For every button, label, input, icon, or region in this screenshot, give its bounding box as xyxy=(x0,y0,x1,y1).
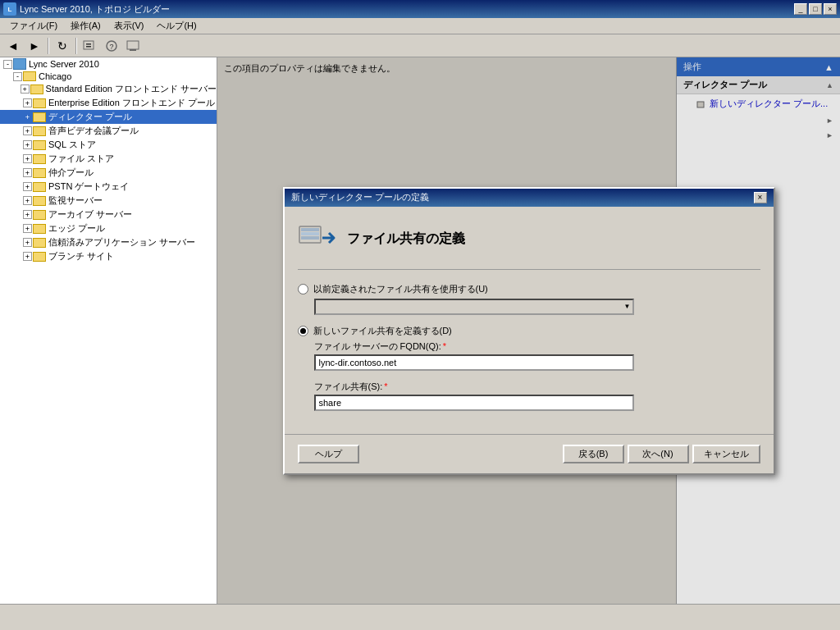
expander-chicago[interactable]: - xyxy=(13,72,22,81)
menu-action[interactable]: 操作(A) xyxy=(64,18,107,34)
help-button[interactable]: ヘルプ xyxy=(298,445,359,463)
dialog-icon xyxy=(298,220,337,259)
fqdn-required-star: * xyxy=(443,341,446,351)
svg-rect-14 xyxy=(301,236,319,240)
close-button[interactable]: × xyxy=(824,3,837,15)
expander-director[interactable]: + xyxy=(23,112,32,121)
share-label: ファイル共有(S): * xyxy=(314,381,760,393)
svg-rect-13 xyxy=(301,232,319,235)
dialog-overlay: 新しいディレクター プールの定義 × xyxy=(217,57,840,604)
fqdn-label: ファイル サーバーの FQDN(Q): * xyxy=(314,340,760,353)
toolbar-separator-1 xyxy=(48,38,49,54)
share-required-star: * xyxy=(384,381,387,391)
folder-mediation-icon xyxy=(33,168,46,178)
expander-filestore[interactable]: + xyxy=(23,154,32,163)
radio-existing[interactable] xyxy=(298,284,308,294)
expander-av[interactable]: + xyxy=(23,126,32,135)
minimize-button[interactable]: _ xyxy=(794,3,807,15)
folder-sql-icon xyxy=(33,140,46,150)
menu-file[interactable]: ファイル(F) xyxy=(3,18,64,34)
action-button-1[interactable] xyxy=(80,37,100,55)
folder-standard-icon xyxy=(30,84,43,94)
tree-panel[interactable]: - Lync Server 2010 - Chicago + Standard … xyxy=(0,57,217,604)
dialog: 新しいディレクター プールの定義 × xyxy=(283,187,775,475)
next-button[interactable]: 次へ(N) xyxy=(628,445,689,463)
menu-help[interactable]: ヘルプ(H) xyxy=(150,18,203,34)
toolbar-separator-2 xyxy=(75,38,77,54)
content-area: この項目のプロパティは編集できません。 操作 ▲ ディレクター プール ▲ xyxy=(217,57,840,604)
tree-item-filestore[interactable]: + ファイル ストア xyxy=(0,152,217,166)
svg-rect-12 xyxy=(301,228,319,231)
svg-rect-2 xyxy=(84,41,94,49)
tree-item-sql[interactable]: + SQL ストア xyxy=(0,138,217,152)
tree-item-archive[interactable]: + アーカイブ サーバー xyxy=(0,208,217,221)
radio-existing-label: 以前定義されたファイル共有を使用する(U) xyxy=(313,283,488,295)
tree-item-edge[interactable]: + エッジ プール xyxy=(0,221,217,235)
folder-chicago-icon xyxy=(23,71,36,81)
tree-item-director[interactable]: + ディレクター プール xyxy=(0,110,217,124)
fqdn-field-group: ファイル サーバーの FQDN(Q): * lync-dir.contoso.n… xyxy=(298,340,760,371)
back-button[interactable]: 戻る(B) xyxy=(563,445,624,463)
share-input[interactable]: share xyxy=(314,395,634,411)
forward-button[interactable]: ► xyxy=(25,37,44,55)
tree-item-av[interactable]: + 音声ビデオ会議プール xyxy=(0,124,217,138)
folder-branch-icon xyxy=(33,252,46,262)
refresh-button[interactable]: ↻ xyxy=(52,37,72,55)
svg-rect-7 xyxy=(127,41,139,49)
maximize-button[interactable]: □ xyxy=(809,3,822,15)
dialog-close-button[interactable]: × xyxy=(754,192,767,203)
radio-group-new: 新しいファイル共有を定義する(D) ファイル サーバーの FQDN(Q): * xyxy=(298,325,760,411)
action-button-3[interactable] xyxy=(123,37,143,55)
select-arrow: ▼ xyxy=(624,303,631,310)
tree-item-branch[interactable]: + ブランチ サイト xyxy=(0,249,217,263)
fqdn-value: lync-dir.contoso.net xyxy=(319,358,397,368)
expander-pstn[interactable]: + xyxy=(23,182,32,191)
nav-buttons: 戻る(B) 次へ(N) キャンセル xyxy=(563,445,760,463)
folder-av-icon xyxy=(33,126,46,136)
action-button-2[interactable]: ? xyxy=(102,37,121,55)
expander-edge[interactable]: + xyxy=(23,224,32,233)
expander-monitoring[interactable]: + xyxy=(23,196,32,205)
title-bar-left: L Lync Server 2010, トポロジ ビルダー xyxy=(3,2,170,16)
menu-view[interactable]: 表示(V) xyxy=(107,18,151,34)
tree-item-standard[interactable]: + Standard Edition フロントエンド サーバー xyxy=(0,82,217,96)
folder-filestore-icon xyxy=(33,154,46,164)
radio-new-label: 新しいファイル共有を定義する(D) xyxy=(313,325,452,337)
back-button[interactable]: ◄ xyxy=(3,37,23,55)
expander-sql[interactable]: + xyxy=(23,140,32,149)
fqdn-input[interactable]: lync-dir.contoso.net xyxy=(314,354,634,371)
expander-trusted[interactable]: + xyxy=(23,238,32,247)
folder-director-icon xyxy=(33,112,46,122)
title-bar: L Lync Server 2010, トポロジ ビルダー _ □ × xyxy=(0,0,840,18)
svg-text:?: ? xyxy=(109,43,113,51)
tree-item-root[interactable]: - Lync Server 2010 xyxy=(0,57,217,71)
expander-mediation[interactable]: + xyxy=(23,168,32,177)
expander-enterprise[interactable]: + xyxy=(23,98,32,107)
tree-item-monitoring[interactable]: + 監視サーバー xyxy=(0,194,217,208)
expander-standard[interactable]: + xyxy=(21,84,30,94)
tree-item-chicago[interactable]: - Chicago xyxy=(0,71,217,82)
window-title: Lync Server 2010, トポロジ ビルダー xyxy=(20,3,170,16)
status-bar xyxy=(0,604,840,630)
existing-share-select[interactable]: ▼ xyxy=(314,299,634,315)
radio-label-existing[interactable]: 以前定義されたファイル共有を使用する(U) xyxy=(298,283,760,295)
radio-label-new[interactable]: 新しいファイル共有を定義する(D) xyxy=(298,325,760,337)
tree-item-mediation[interactable]: + 仲介プール xyxy=(0,166,217,180)
radio-new[interactable] xyxy=(298,326,308,336)
tree-item-pstn[interactable]: + PSTN ゲートウェイ xyxy=(0,180,217,194)
tree-item-enterprise[interactable]: + Enterprise Edition フロントエンド プール xyxy=(0,96,217,110)
folder-pstn-icon xyxy=(33,182,46,192)
main-layout: - Lync Server 2010 - Chicago + Standard … xyxy=(0,57,840,604)
folder-edge-icon xyxy=(33,224,46,234)
file-share-icon xyxy=(298,220,337,259)
toolbar: ◄ ► ↻ ? xyxy=(0,34,840,57)
share-field-group: ファイル共有(S): * share xyxy=(298,381,760,411)
folder-trusted-icon xyxy=(33,238,46,248)
title-bar-buttons[interactable]: _ □ × xyxy=(794,3,837,15)
tree-item-trusted[interactable]: + 信頼済みアプリケーション サーバー xyxy=(0,235,217,249)
expander-branch[interactable]: + xyxy=(23,252,32,261)
right-panel: この項目のプロパティは編集できません。 操作 ▲ ディレクター プール ▲ xyxy=(217,57,840,604)
expander-root[interactable]: - xyxy=(3,60,12,69)
expander-archive[interactable]: + xyxy=(23,210,32,219)
cancel-button[interactable]: キャンセル xyxy=(692,445,760,463)
